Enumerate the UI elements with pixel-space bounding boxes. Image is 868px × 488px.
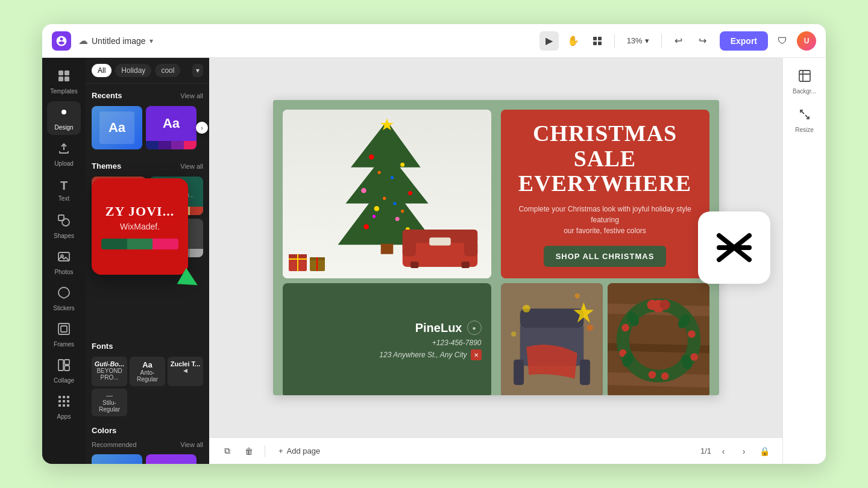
redo-button[interactable]: ↪ <box>693 31 712 51</box>
filter-all[interactable]: All <box>92 64 112 77</box>
svg-rect-22 <box>63 400 65 402</box>
avatar[interactable]: U <box>797 31 816 51</box>
text-label: Text <box>58 195 69 202</box>
gifts-svg <box>289 248 337 272</box>
cloud-icon: ☁ <box>78 35 88 46</box>
svg-point-8 <box>61 110 66 114</box>
resize-icon <box>798 108 811 124</box>
sidebar-item-design[interactable]: Design <box>47 101 81 135</box>
filter-cool[interactable]: cool <box>155 64 180 77</box>
svg-point-30 <box>400 163 404 167</box>
font-card-4[interactable]: — Stilu-Regular <box>92 389 127 416</box>
recents-header: Recents View all <box>92 91 203 100</box>
svg-rect-6 <box>58 77 63 81</box>
copy-page-button[interactable]: ⧉ <box>219 443 236 460</box>
topbar-right: Export 🛡 U <box>720 31 816 51</box>
canvas-content: CHRISTMAS SALE EVERYWHERE Complete your … <box>209 58 782 437</box>
photo-wreath[interactable] <box>608 283 709 395</box>
font-card-1[interactable]: Guti-Bo... BEYOND PRO... <box>92 357 127 386</box>
select-tool-button[interactable]: ▶ <box>539 31 559 51</box>
font-name-1: BEYOND PRO... <box>94 368 125 381</box>
pinelux-phone: +123-456-7890 <box>292 339 482 347</box>
shield-button[interactable]: 🛡 <box>773 31 792 51</box>
prev-page-button[interactable]: ‹ <box>715 443 732 460</box>
sidebar-item-collage[interactable]: Collage <box>47 354 81 388</box>
font-card-3[interactable]: Zuclei T... ◀ <box>168 357 203 386</box>
color-rec-card-2[interactable]: Aa <box>146 454 197 464</box>
export-button[interactable]: Export <box>720 31 768 51</box>
sidebar-item-templates[interactable]: Templates <box>47 65 81 99</box>
canvas-bottom-photos <box>501 283 709 395</box>
colors-view-all[interactable]: View all <box>180 441 203 448</box>
filter-holiday[interactable]: Holiday <box>115 64 151 77</box>
add-page-button[interactable]: + Add page <box>272 444 326 458</box>
undo-button[interactable]: ↩ <box>669 31 688 51</box>
layout-tool-button[interactable] <box>588 31 607 51</box>
templates-icon <box>57 69 71 86</box>
photos-label: Photos <box>54 269 73 275</box>
canvas-red-panel[interactable]: CHRISTMAS SALE EVERYWHERE Complete your … <box>501 110 709 278</box>
recent-card-2[interactable]: Aa <box>146 106 197 149</box>
svg-point-41 <box>393 202 396 205</box>
svg-point-31 <box>361 188 366 193</box>
zoom-button[interactable]: 13% ▾ <box>622 34 654 48</box>
resize-button[interactable]: Resize <box>788 104 822 137</box>
svg-rect-21 <box>58 400 61 402</box>
svg-rect-20 <box>67 396 69 398</box>
font-preview-1: Guti-Bo... <box>94 360 125 368</box>
sidebar-item-shapes[interactable]: Shapes <box>47 210 81 243</box>
delete-page-button[interactable]: 🗑 <box>241 443 257 460</box>
sidebar-item-apps[interactable]: Apps <box>47 390 81 424</box>
sidebar-item-frames[interactable]: Frames <box>47 318 81 352</box>
hand-tool-button[interactable]: ✋ <box>564 31 583 51</box>
svg-point-32 <box>408 191 412 195</box>
background-button[interactable]: Backgr... <box>788 65 822 99</box>
topbar-center: ▶ ✋ 13% ▾ ↩ ↪ <box>539 31 712 51</box>
font-card-2[interactable]: Aa Anto-Regular <box>130 357 165 386</box>
document-title-container[interactable]: ☁ Untitled image ▾ <box>78 35 153 46</box>
font-preview-4: — <box>94 392 125 399</box>
shop-all-christmas-button[interactable]: SHOP ALL CHRISTMAS <box>544 246 667 267</box>
recommended-header: Recommended View all <box>92 441 203 448</box>
next-page-button[interactable]: › <box>735 443 752 460</box>
sidebar-item-photos[interactable]: Photos <box>47 246 81 280</box>
svg-point-43 <box>401 210 404 213</box>
recent-card-aa-text-1: Aa <box>108 120 125 136</box>
lock-button[interactable]: 🔒 <box>756 443 773 460</box>
sidebar-item-upload[interactable]: Upload <box>47 137 81 171</box>
font-name-2: Anto-Regular <box>132 369 163 383</box>
shapes-label: Shapes <box>54 233 74 239</box>
recents-next-icon[interactable]: › <box>196 122 208 134</box>
design-label: Design <box>54 124 73 131</box>
recents-grid: Aa Aa <box>92 106 203 149</box>
photo-chair[interactable] <box>501 283 603 395</box>
svg-point-39 <box>391 176 394 179</box>
svg-rect-2 <box>593 42 597 45</box>
svg-point-34 <box>395 217 399 221</box>
templates-label: Templates <box>50 88 78 95</box>
svg-point-38 <box>377 171 380 174</box>
design-canvas[interactable]: CHRISTMAS SALE EVERYWHERE Complete your … <box>273 100 719 395</box>
svg-point-29 <box>369 154 374 160</box>
selected-theme-card[interactable]: ZY JOVI... WixMadef. ▶ <box>92 178 188 275</box>
themes-view-all[interactable]: View all <box>180 163 203 170</box>
canvas-area: CHRISTMAS SALE EVERYWHERE Complete your … <box>209 58 782 464</box>
recent-card-1[interactable]: Aa <box>92 106 142 149</box>
sidebar-item-stickers[interactable]: Stickers <box>47 282 81 316</box>
wreath-photo-svg <box>608 283 709 395</box>
svg-rect-17 <box>64 366 69 371</box>
filter-dropdown[interactable]: ▾ <box>192 64 203 77</box>
svg-rect-18 <box>58 396 61 398</box>
color-rec-card-1[interactable]: Aa <box>92 454 142 464</box>
sidebar-item-text[interactable]: T Text <box>47 174 81 207</box>
canvas-tree-area[interactable] <box>283 110 491 278</box>
recents-view-all[interactable]: View all <box>180 92 203 99</box>
canvas-pinelux-card[interactable]: PineLux ● +123-456-7890 123 Anywhere St.… <box>283 283 491 395</box>
themes-header: Themes View all <box>92 161 203 170</box>
svg-point-81 <box>661 372 668 380</box>
page-number: 1/1 <box>700 446 711 455</box>
background-label: Backgr... <box>793 88 816 95</box>
svg-rect-4 <box>58 70 63 75</box>
app-logo[interactable] <box>52 31 71 51</box>
svg-point-64 <box>522 305 530 313</box>
